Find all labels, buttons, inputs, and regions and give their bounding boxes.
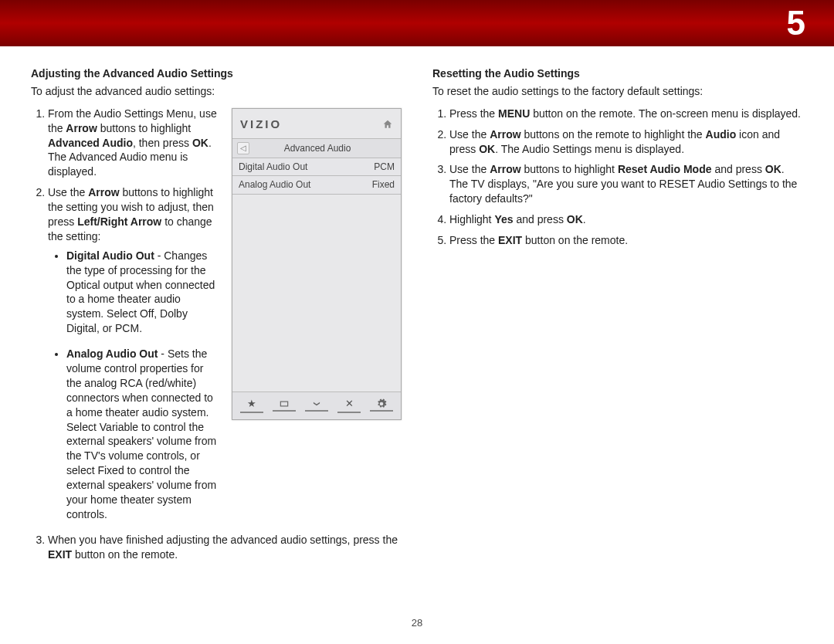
osd-title-row: ◁ Advanced Audio bbox=[232, 138, 401, 158]
osd-spacer bbox=[232, 195, 401, 392]
osd-row-2-value: Fixed bbox=[372, 178, 395, 191]
osd-logo: VIZIO bbox=[240, 117, 382, 132]
chevron-down-icon bbox=[305, 398, 328, 412]
left-content-wrap: From the Audio Settings Menu, use the Ar… bbox=[31, 107, 402, 533]
left-step-3: When you have finished adjusting the adv… bbox=[48, 533, 402, 562]
osd-footer: ★ ✕ bbox=[232, 391, 401, 419]
osd-header: VIZIO bbox=[232, 109, 401, 138]
svg-rect-0 bbox=[280, 402, 287, 406]
left-steps: From the Audio Settings Menu, use the Ar… bbox=[31, 107, 219, 522]
osd-panel: VIZIO ◁ Advanced Audio Digital Audio Out… bbox=[232, 108, 402, 420]
right-steps: Press the MENU button on the remote. The… bbox=[432, 107, 803, 248]
left-bullets: Digital Audio Out - Changes the type of … bbox=[48, 249, 219, 522]
osd-row-1: Digital Audio Out PCM bbox=[232, 158, 401, 176]
chapter-number: 5 bbox=[787, 0, 834, 46]
osd-row-2-label: Analog Audio Out bbox=[239, 178, 372, 191]
osd-row-1-label: Digital Audio Out bbox=[239, 161, 374, 173]
osd-row-2: Analog Audio Out Fixed bbox=[232, 176, 401, 194]
close-icon: ✕ bbox=[337, 397, 361, 413]
right-step-3: Use the Arrow buttons to highlight Reset… bbox=[449, 162, 803, 206]
right-step-2: Use the Arrow buttons on the remote to h… bbox=[449, 127, 803, 157]
right-section-title: Resetting the Audio Settings bbox=[432, 66, 803, 81]
right-step-4: Highlight Yes and press OK. bbox=[449, 212, 803, 227]
right-step-5: Press the EXIT button on the remote. bbox=[449, 233, 803, 248]
left-bullet-2: Analog Audio Out - Sets the volume contr… bbox=[66, 347, 219, 522]
gear-icon bbox=[370, 398, 393, 412]
left-column: Adjusting the Advanced Audio Settings To… bbox=[31, 66, 402, 568]
left-step-2: Use the Arrow buttons to highlight the s… bbox=[48, 185, 219, 522]
page-number: 28 bbox=[0, 616, 834, 630]
left-lead: To adjust the advanced audio settings: bbox=[31, 84, 402, 99]
osd-title: Advanced Audio bbox=[257, 142, 396, 154]
left-bullet-1: Digital Audio Out - Changes the type of … bbox=[66, 249, 219, 336]
left-step-1: From the Audio Settings Menu, use the Ar… bbox=[48, 107, 219, 179]
rect-icon bbox=[273, 398, 296, 412]
right-step-1: Press the MENU button on the remote. The… bbox=[449, 107, 803, 121]
back-icon: ◁ bbox=[237, 142, 249, 154]
left-section-title: Adjusting the Advanced Audio Settings bbox=[31, 66, 402, 81]
right-lead: To reset the audio settings to the facto… bbox=[432, 84, 803, 99]
star-icon: ★ bbox=[240, 397, 263, 413]
home-icon bbox=[382, 119, 393, 130]
page-body: Adjusting the Advanced Audio Settings To… bbox=[0, 46, 834, 576]
header-band: 5 bbox=[0, 0, 834, 46]
osd-row-1-value: PCM bbox=[374, 161, 395, 173]
right-column: Resetting the Audio Settings To reset th… bbox=[432, 66, 803, 568]
left-text: From the Audio Settings Menu, use the Ar… bbox=[31, 107, 219, 533]
left-steps-cont: When you have finished adjusting the adv… bbox=[31, 533, 402, 562]
